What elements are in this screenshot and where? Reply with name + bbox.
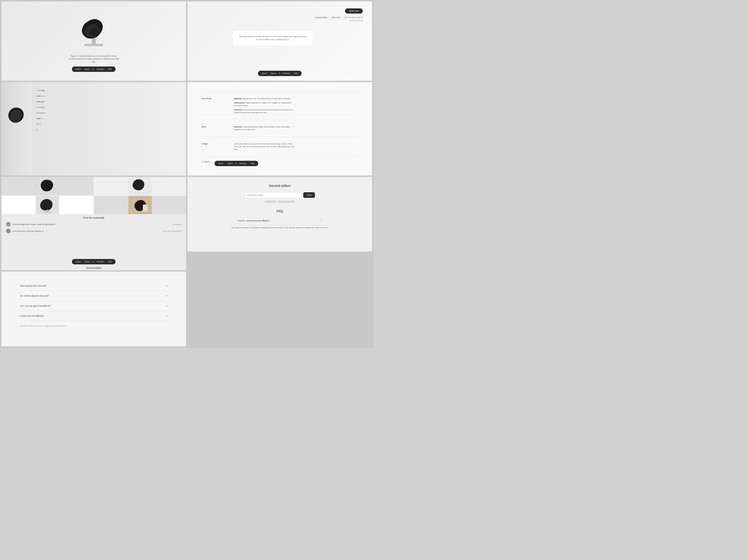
spec-material-lava: Material: Natural lava rock, hand-picked… [234, 97, 295, 100]
spec-label-base: Base [202, 126, 225, 131]
img-cell-4 [94, 196, 186, 214]
nav-about-2[interactable]: About [260, 72, 268, 75]
nav-about-specs[interactable]: About [216, 162, 225, 165]
meta-edition: Limited edition [315, 16, 328, 19]
meta-dot-2: • [342, 16, 343, 19]
img-cell-2 [94, 177, 186, 195]
avatar-2: L [6, 229, 11, 233]
faq-toggle-scent[interactable]: + [166, 284, 168, 288]
img-cell-1 [1, 177, 93, 195]
review-text-3: mplicated [36, 100, 181, 103]
faq-item-unique: Is each lava rock different? + [20, 311, 168, 321]
update-only-label: Updates only [265, 200, 276, 202]
nav-dot-2r [279, 73, 280, 74]
nav-about-1[interactable]: About [74, 68, 82, 71]
reviews-section: ...it's easy under—to mplicated s, holdi… [32, 82, 186, 176]
product-meta: Limited edition • $95 USD • 4.5" w x 2.5… [315, 16, 363, 19]
spec-row-usage: Usage Add a few drops of your preferred … [202, 137, 358, 157]
contact-note: Questions about your order, shipping or … [20, 325, 168, 327]
faq-answer-1: Just add a few drops of essential oil di… [231, 226, 328, 229]
panel-mid-right: From the community L The scent lingers j… [1, 177, 186, 270]
svg-rect-8 [143, 205, 148, 211]
rock-size-note: * Rock size varies [349, 20, 363, 22]
nav-pill-specs: About Specs Reviews FAQ [214, 161, 258, 166]
image-grid-top [1, 177, 186, 214]
review-user-1: Lonika great [172, 223, 181, 225]
panel-bot-right: How long does the scent last? + Do I nee… [1, 272, 186, 346]
spec-material-base: Material: Anodized aluminum base that pr… [234, 126, 295, 131]
next-note: Next: Summer 2025 [278, 200, 295, 202]
review-text-community-1: The scent lingers just enough—subtle and… [12, 223, 171, 225]
review-text-4: s, holding [36, 106, 181, 109]
order-now-button-top[interactable]: Order Now [345, 8, 363, 14]
community-review-1: L The scent lingers just enough—subtle a… [6, 221, 181, 228]
spec-row-base: Base Material: Anodized aluminum base th… [202, 120, 358, 137]
faq-title: FAQ [276, 209, 283, 213]
second-edition-mid-right: Second edition [85, 266, 102, 270]
nav-reviews-mr[interactable]: Reviews [95, 260, 105, 263]
svg-rect-1 [84, 44, 103, 46]
community-section: From the community L The scent lingers j… [1, 214, 186, 258]
svg-rect-6 [44, 212, 51, 213]
spec-details-lava-rock: Material: Natural lava rock, hand-picked… [234, 97, 358, 114]
lava-rock-image [71, 10, 117, 52]
nav-dot-mr [93, 261, 94, 262]
review-text-8: a [36, 128, 181, 131]
order-label-specs: ⊙ Order N... [202, 161, 212, 163]
panel-hero-left: Figure: A hand picked lava rock suspende… [1, 1, 186, 81]
spec-function-lava: Function: The porous structure of the la… [234, 108, 295, 114]
spec-row-lava-rock: Lava Rock Material: Natural lava rock, h… [202, 91, 358, 120]
nav-faq-mr[interactable]: FAQ [106, 260, 114, 263]
panel-bot-left: Second edition Send Updates only • Next:… [187, 177, 372, 251]
faq-question-unique: Is each lava rock different? [20, 315, 44, 317]
spec-label-usage: Usage [202, 142, 225, 151]
nav-specs-2[interactable]: Specs [269, 72, 278, 75]
nav-specs-specs[interactable]: Specs [226, 162, 234, 165]
nav-pill-top-right: About Specs Reviews FAQ [258, 71, 301, 76]
img-cell-3 [1, 196, 93, 214]
faq-toggle-clean[interactable]: + [166, 294, 168, 297]
email-input[interactable] [245, 192, 302, 198]
email-row: Send [245, 192, 315, 198]
nav-dot-1 [93, 69, 94, 70]
nav-faq-specs[interactable]: FAQ [249, 162, 256, 165]
spec-label-lava-rock: Lava Rock [202, 97, 225, 114]
nav-faq-1[interactable]: FAQ [106, 68, 114, 71]
nav-reviews-2[interactable]: Reviews [281, 72, 291, 75]
panel-hero-right: Order Now Limited edition • $95 USD • 4.… [187, 1, 372, 81]
nav-dot-specs [235, 163, 236, 164]
meta-size: 4.5" w x 2.5" l x 5" h* [344, 16, 363, 19]
nav-pill-mid-right: About Specs Reviews FAQ [72, 259, 115, 264]
send-button[interactable]: Send [303, 192, 315, 198]
spec-details-usage: Add a few drops of your preferred essent… [234, 142, 358, 151]
faq-item-how-to-use: How do I use the lava rock diffuser? − [238, 217, 322, 225]
nav-specs-mr[interactable]: Specs [83, 260, 92, 263]
faq-toggle-1[interactable]: − [320, 219, 322, 222]
nav-specs-1[interactable]: Specs [83, 68, 92, 71]
meta-dot: • [329, 16, 330, 19]
nav-about-mr[interactable]: About [74, 260, 82, 263]
avatar-1: L [6, 222, 11, 226]
review-text-7: ed to [36, 123, 181, 126]
svg-rect-0 [92, 38, 96, 45]
faq-question-oil: Can I use any type of essential oil? [20, 305, 51, 307]
meta-price: $95 USD [332, 16, 340, 19]
figure-caption: Figure: A hand picked lava rock suspende… [68, 55, 120, 63]
faq-toggle-unique[interactable]: + [166, 314, 168, 318]
faq-item-oil: Can I use any type of essential oil? + [20, 301, 168, 311]
panel-mid-right-bottom: About Specs Reviews FAQ Second edition [1, 258, 186, 270]
nav-faq-2[interactable]: FAQ [292, 72, 300, 75]
review-text-1: ...it's easy [36, 89, 181, 92]
faq-item-scent: How long does the scent last? + [20, 281, 168, 291]
nav-pill-top-left: About Specs Reviews FAQ [72, 66, 115, 72]
bottom-nav-specs: ⊙ Order N... About Specs Reviews FAQ [202, 158, 358, 166]
faq-toggle-oil[interactable]: + [166, 304, 168, 308]
update-note: Updates only • Next: Summer 2025 [265, 200, 295, 202]
left-rock-section [1, 82, 32, 176]
spec-dimensions-lava: Dimensions: Approximately 4.5" width x 2… [234, 102, 295, 107]
nav-reviews-1[interactable]: Reviews [95, 68, 105, 71]
review-user-2: Lonika cool, feels peaceful [162, 230, 182, 232]
second-edition-title: Second edition [269, 184, 291, 188]
nav-reviews-specs[interactable]: Reviews [237, 162, 248, 165]
faq-question-scent: How long does the scent last? [20, 285, 47, 287]
